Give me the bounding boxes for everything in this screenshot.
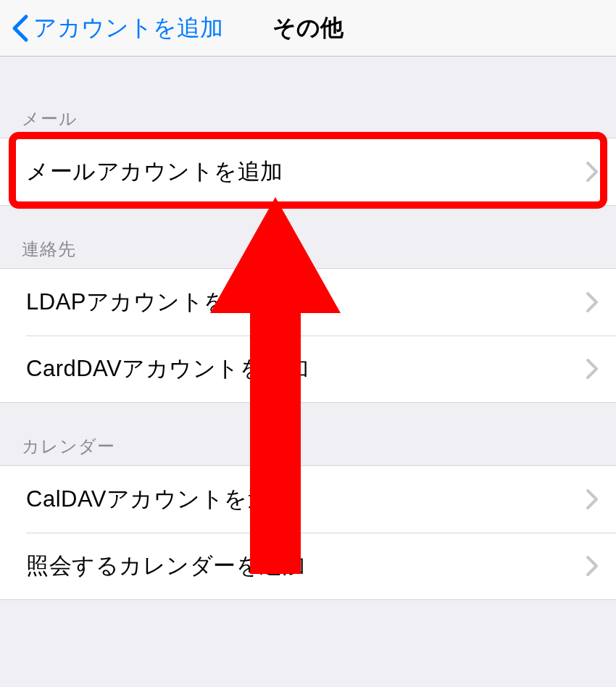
add-caldav-account-row[interactable]: CalDAVアカウントを追加 xyxy=(0,466,616,533)
section-header-calendar: カレンダー xyxy=(0,403,616,465)
chevron-right-icon xyxy=(586,358,599,380)
section-header-mail: メール xyxy=(0,57,616,138)
calendar-list: CalDAVアカウントを追加 照会するカレンダーを追加 xyxy=(0,465,616,600)
chevron-right-icon xyxy=(586,488,599,510)
add-mail-account-row[interactable]: メールアカウントを追加 xyxy=(0,138,616,205)
row-label: メールアカウントを追加 xyxy=(26,157,283,187)
row-label: LDAPアカウントを追加 xyxy=(26,287,273,317)
back-button[interactable]: アカウントを追加 xyxy=(0,12,223,44)
chevron-right-icon xyxy=(586,555,599,577)
mail-list: メールアカウントを追加 xyxy=(0,138,616,206)
contacts-list: LDAPアカウントを追加 CardDAVアカウントを追加 xyxy=(0,268,616,403)
chevron-right-icon xyxy=(586,291,599,313)
chevron-right-icon xyxy=(586,161,599,183)
section-header-contacts: 連絡先 xyxy=(0,206,616,268)
page-title: その他 xyxy=(272,12,344,44)
row-label: CalDAVアカウントを追加 xyxy=(26,484,294,515)
add-carddav-account-row[interactable]: CardDAVアカウントを追加 xyxy=(0,336,616,402)
chevron-left-icon xyxy=(10,14,30,43)
back-button-label: アカウントを追加 xyxy=(33,12,223,44)
row-label: CardDAVアカウントを追加 xyxy=(26,354,309,384)
add-ldap-account-row[interactable]: LDAPアカウントを追加 xyxy=(0,269,616,336)
add-subscribed-calendar-row[interactable]: 照会するカレンダーを追加 xyxy=(0,533,616,599)
row-label: 照会するカレンダーを追加 xyxy=(26,551,305,581)
navigation-bar: アカウントを追加 その他 xyxy=(0,0,616,57)
